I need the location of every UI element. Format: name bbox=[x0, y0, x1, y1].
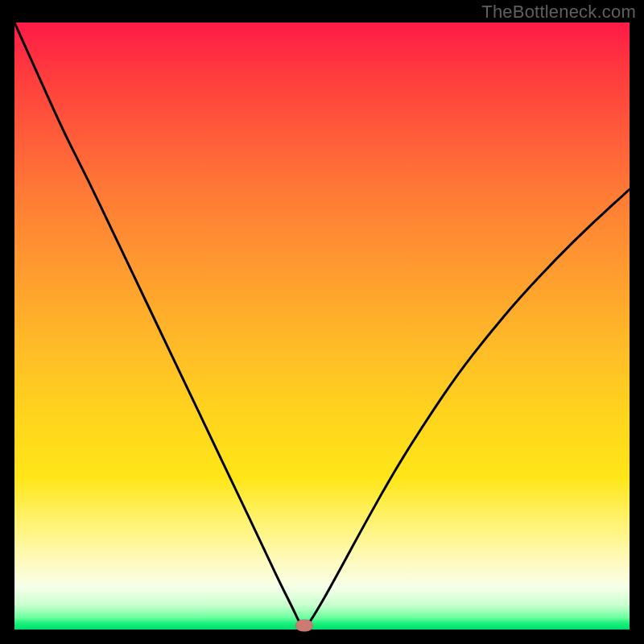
watermark-text: TheBottleneck.com bbox=[481, 2, 636, 23]
chart-frame: TheBottleneck.com bbox=[0, 0, 644, 644]
plot-area bbox=[14, 23, 630, 630]
curve-svg bbox=[14, 23, 630, 630]
optimal-point-marker bbox=[295, 620, 313, 632]
bottleneck-curve bbox=[14, 23, 630, 628]
